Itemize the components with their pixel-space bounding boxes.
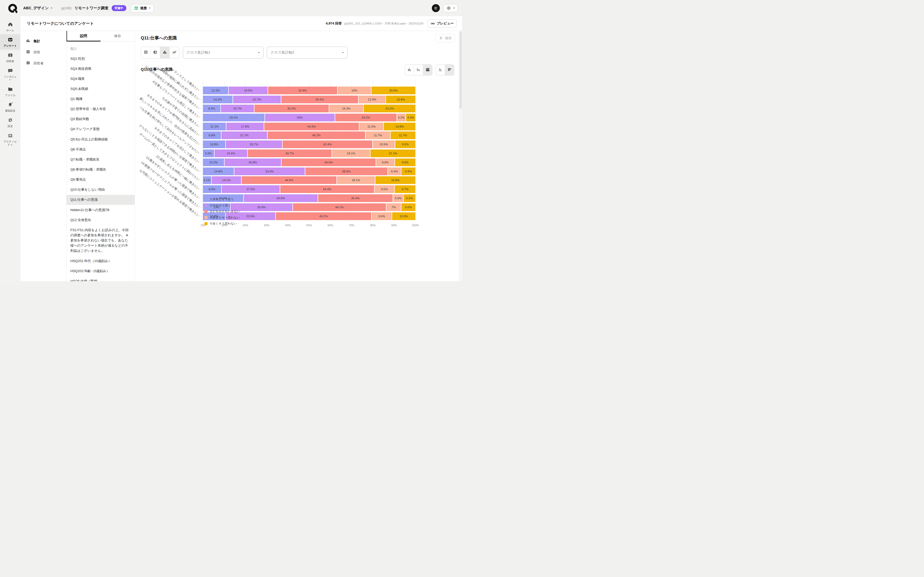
- bar-segment[interactable]: 17.8%: [226, 122, 264, 131]
- bar-segment[interactable]: 11.5%: [360, 122, 384, 131]
- question-list-item[interactable]: FS1:FS1.内容をよくお読みの上、今回の調査への参加を希望されますか。 ※参…: [66, 225, 135, 256]
- question-list-item[interactable]: Q8:希望の転職・求職先: [66, 165, 135, 175]
- bar-segment[interactable]: 27.5%: [222, 185, 280, 193]
- subnav-item-respondents[interactable]: 回答者: [20, 58, 66, 69]
- save-button[interactable]: 保存: [435, 34, 455, 42]
- cross-axis2-select[interactable]: クロス集計軸2 ▼: [267, 47, 348, 58]
- question-list-item[interactable]: HSQ201:年代（10歳刻み）: [66, 256, 135, 266]
- tab-questions[interactable]: 設問: [66, 31, 100, 41]
- chart-type-pie[interactable]: [150, 47, 160, 58]
- bar-segment[interactable]: 8.8%: [203, 131, 221, 139]
- question-list-item[interactable]: Q12:全体意向: [66, 215, 135, 225]
- bar-segment[interactable]: 7%: [387, 203, 402, 211]
- bar-segment[interactable]: 44.1%: [293, 203, 387, 211]
- bar-segment[interactable]: 26.8%: [224, 158, 282, 166]
- bar-segment[interactable]: 26.7%: [226, 140, 282, 148]
- bar-segment[interactable]: 29.2%: [335, 114, 397, 121]
- bar-segment[interactable]: 35.2%: [255, 105, 329, 112]
- bar-segment[interactable]: 14.2%: [203, 96, 233, 103]
- bar-segment[interactable]: 29.2%: [203, 114, 265, 121]
- bar-segment[interactable]: 18.5%: [229, 87, 268, 94]
- bar-segment[interactable]: 18.1%: [332, 150, 371, 157]
- bar-segment[interactable]: 18.8%: [376, 176, 415, 184]
- bar-segment[interactable]: 16%: [338, 87, 372, 94]
- question-list-item[interactable]: SQ3:都道府県: [66, 64, 135, 74]
- preview-button[interactable]: プレビュー: [427, 19, 457, 27]
- bar-segment[interactable]: 44.9%: [242, 176, 337, 184]
- question-list-item[interactable]: SQ5:未既婚: [66, 84, 135, 94]
- question-list-item[interactable]: Q11:仕事への意識: [66, 195, 135, 205]
- chart-type-table[interactable]: [141, 47, 150, 58]
- bar-segment[interactable]: 10.9%: [392, 212, 415, 220]
- bar-segment[interactable]: 14.8%: [384, 122, 415, 131]
- bar-segment[interactable]: 9.5%: [375, 185, 395, 193]
- sidebar-item-home[interactable]: ホーム: [0, 19, 20, 34]
- sidebar-item-respondents[interactable]: 回答者: [0, 50, 20, 65]
- bar-segment[interactable]: 38.9%: [305, 168, 388, 175]
- subnav-item-answers[interactable]: 回答: [20, 47, 66, 58]
- bar-segment[interactable]: 8.8%: [376, 158, 395, 166]
- sidebar-item-settings[interactable]: 設定: [0, 115, 20, 130]
- chart-type-line-chart[interactable]: [169, 47, 179, 58]
- bar-segment[interactable]: 21.1%: [371, 150, 415, 157]
- bar-segment[interactable]: 11.7%: [366, 131, 390, 139]
- cross-axis1-select[interactable]: クロス集計軸1 ▼: [183, 47, 263, 58]
- question-list-item[interactable]: Q1:職種: [66, 94, 135, 104]
- question-list-item[interactable]: HSQ5:未婚／既婚: [66, 276, 135, 281]
- user-avatar[interactable]: 佐: [432, 4, 440, 12]
- question-list-item[interactable]: hidden11:仕事への意識TB: [66, 205, 135, 215]
- bar-segment[interactable]: 4.1%: [203, 176, 212, 184]
- org-switcher[interactable]: ABC_デザイン ▼: [23, 6, 53, 11]
- bar-segment[interactable]: 44.4%: [280, 185, 375, 193]
- bar-segment[interactable]: 4.9%: [393, 194, 403, 202]
- bar-segment[interactable]: 9.5%: [395, 140, 415, 148]
- question-list-item[interactable]: Q4:テレワーク実態: [66, 124, 135, 134]
- bar-segment[interactable]: 10.2%: [203, 158, 224, 166]
- bar-segment[interactable]: 36.5%: [281, 96, 359, 103]
- bar-segment[interactable]: 9.6%: [372, 212, 392, 220]
- bar-segment[interactable]: 12.9%: [359, 96, 386, 103]
- question-list-item[interactable]: Q10:仕事をしない理由: [66, 185, 135, 195]
- bar-segment[interactable]: 8.5%: [203, 105, 221, 112]
- sidebar-item-interview[interactable]: インタビュー: [0, 65, 20, 84]
- bar-segment[interactable]: 32.8%: [268, 87, 338, 94]
- bar-segment[interactable]: 45.2%: [276, 212, 372, 220]
- bar-segment[interactable]: 22.7%: [233, 96, 281, 103]
- variant-bars-axis[interactable]: [436, 65, 445, 75]
- tab-saved[interactable]: 保存: [100, 31, 135, 41]
- bar-segment[interactable]: 6.4%: [388, 168, 402, 175]
- bar-segment[interactable]: 15.6%: [214, 150, 248, 157]
- bar-segment[interactable]: 14.8%: [203, 168, 234, 175]
- bar-segment[interactable]: 24.2%: [364, 105, 415, 112]
- bar-segment[interactable]: 35.4%: [318, 194, 393, 202]
- bar-segment[interactable]: 4.4%: [406, 114, 415, 121]
- question-list-item[interactable]: Q5:6か月以上の勤務経験: [66, 134, 135, 144]
- bar-segment[interactable]: 14.1%: [212, 176, 242, 184]
- bar-segment[interactable]: 44.9%: [264, 122, 360, 131]
- bar-segment[interactable]: 42.4%: [282, 140, 373, 148]
- bar-segment[interactable]: 8.9%: [203, 185, 222, 193]
- theme-toggle-button[interactable]: ▼: [443, 4, 458, 12]
- sidebar-item-survey[interactable]: アンケート: [0, 34, 20, 50]
- question-list-item[interactable]: Q6:不満点: [66, 144, 135, 155]
- bar-segment[interactable]: 5.5%: [404, 194, 415, 202]
- bar-segment[interactable]: 9.7%: [395, 185, 415, 193]
- question-list-item[interactable]: Q9:重視点: [66, 175, 135, 185]
- bar-segment[interactable]: 4.2%: [397, 114, 406, 121]
- bar-segment[interactable]: 39.7%: [248, 150, 332, 157]
- bar-segment[interactable]: 5.5%: [203, 150, 214, 157]
- bar-segment[interactable]: 21.7%: [221, 131, 268, 139]
- question-list-item[interactable]: Q7:転職・求職状況: [66, 155, 135, 164]
- bar-segment[interactable]: 10.8%: [203, 140, 226, 148]
- bar-segment[interactable]: 18.1%: [337, 176, 376, 184]
- question-list-item[interactable]: HSQ202:年齢（5歳刻み）: [66, 266, 135, 276]
- bar-segment[interactable]: 6.6%: [402, 203, 415, 211]
- question-list-item[interactable]: SQ4:職業: [66, 74, 135, 84]
- variant-grouped-bars[interactable]: [414, 65, 423, 75]
- chart-type-bar-chart[interactable]: [160, 47, 169, 58]
- subnav-item-tally[interactable]: 集計: [20, 35, 66, 47]
- bar-segment[interactable]: 15.7%: [221, 105, 254, 112]
- sidebar-item-notifications[interactable]: 通知設定: [0, 99, 20, 115]
- sidebar-item-activity[interactable]: アクティビティ: [0, 130, 20, 149]
- bar-segment[interactable]: 34.9%: [244, 194, 318, 202]
